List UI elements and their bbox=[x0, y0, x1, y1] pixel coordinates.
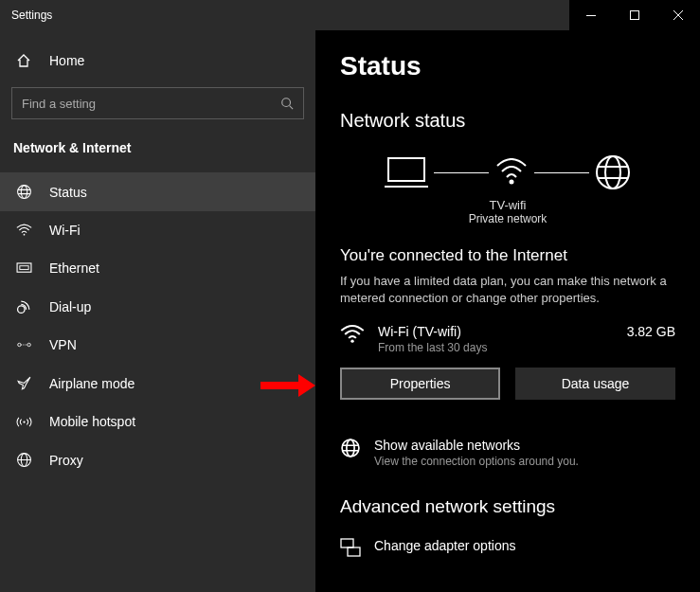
svg-point-19 bbox=[342, 440, 359, 457]
hotspot-icon bbox=[15, 415, 32, 429]
maximize-button[interactable] bbox=[613, 0, 656, 30]
svg-rect-7 bbox=[19, 265, 27, 269]
sidebar-item-label: Mobile hotspot bbox=[49, 414, 135, 429]
adapter-options-title: Change adapter options bbox=[374, 538, 515, 553]
sidebar-item-proxy[interactable]: Proxy bbox=[0, 440, 315, 479]
svg-rect-1 bbox=[631, 11, 639, 20]
diagram-labels: TV-wifi Private network bbox=[340, 198, 675, 225]
svg-rect-21 bbox=[341, 539, 353, 547]
svg-point-10 bbox=[27, 343, 29, 346]
connection-line bbox=[434, 172, 489, 173]
minimize-button[interactable] bbox=[569, 0, 613, 30]
home-label: Home bbox=[49, 53, 84, 68]
svg-point-4 bbox=[21, 186, 27, 199]
window-title: Settings bbox=[11, 9, 52, 22]
page-title: Status bbox=[340, 51, 675, 81]
connection-period: From the last 30 days bbox=[378, 341, 614, 354]
globe-icon bbox=[15, 184, 32, 200]
diagram-ssid: TV-wifi bbox=[340, 198, 675, 212]
svg-point-17 bbox=[605, 156, 620, 188]
show-available-networks[interactable]: Show available networks View the connect… bbox=[340, 438, 675, 468]
search-box[interactable] bbox=[11, 87, 304, 119]
available-networks-subtitle: View the connection options around you. bbox=[374, 455, 579, 468]
annotation-arrow bbox=[260, 373, 315, 398]
svg-point-20 bbox=[347, 440, 354, 457]
ethernet-icon bbox=[15, 262, 32, 275]
connection-name: Wi-Fi (TV-wifi) bbox=[378, 324, 614, 339]
wifi-icon bbox=[15, 224, 32, 237]
svg-point-5 bbox=[23, 234, 25, 236]
connection-info-row: Wi-Fi (TV-wifi) From the last 30 days 3.… bbox=[340, 324, 675, 354]
internet-globe-icon bbox=[595, 154, 631, 190]
search-icon bbox=[280, 97, 294, 110]
network-diagram bbox=[340, 154, 675, 190]
nav-group-title: Network & Internet bbox=[0, 136, 315, 172]
computer-icon bbox=[385, 156, 428, 188]
svg-rect-14 bbox=[388, 158, 424, 181]
home-icon bbox=[15, 53, 32, 68]
connected-heading: You're connected to the Internet bbox=[340, 246, 675, 265]
airplane-icon bbox=[15, 375, 32, 391]
sidebar-item-label: Status bbox=[49, 185, 87, 200]
globe-icon bbox=[340, 438, 361, 458]
title-bar: Settings bbox=[0, 0, 700, 30]
wifi-router-icon bbox=[494, 158, 529, 187]
sidebar-item-hotspot[interactable]: Mobile hotspot bbox=[0, 403, 315, 440]
svg-rect-0 bbox=[586, 15, 596, 16]
search-input[interactable] bbox=[22, 97, 280, 111]
sidebar-item-vpn[interactable]: VPN bbox=[0, 326, 315, 364]
sidebar-item-ethernet[interactable]: Ethernet bbox=[0, 249, 315, 287]
connection-line bbox=[534, 172, 589, 173]
svg-point-15 bbox=[510, 180, 514, 185]
dialup-icon bbox=[15, 298, 32, 314]
svg-point-3 bbox=[17, 186, 30, 199]
properties-button[interactable]: Properties bbox=[340, 368, 500, 400]
section-network-status: Network status bbox=[340, 110, 675, 132]
svg-point-8 bbox=[17, 306, 24, 313]
svg-rect-22 bbox=[348, 547, 360, 556]
sidebar-item-status[interactable]: Status bbox=[0, 172, 315, 211]
svg-point-11 bbox=[23, 421, 25, 422]
sidebar-item-label: Proxy bbox=[49, 453, 83, 468]
adapter-icon bbox=[340, 538, 361, 557]
available-networks-title: Show available networks bbox=[374, 438, 579, 453]
sidebar-item-label: Airplane mode bbox=[49, 376, 135, 391]
data-usage-button[interactable]: Data usage bbox=[515, 368, 675, 400]
sidebar-item-label: Dial-up bbox=[49, 299, 91, 314]
home-nav[interactable]: Home bbox=[0, 44, 315, 78]
main-panel: Status Network status TV-wifi Private ne… bbox=[315, 30, 700, 592]
svg-point-9 bbox=[17, 343, 20, 346]
wifi-icon bbox=[340, 324, 365, 345]
diagram-network-type: Private network bbox=[340, 212, 675, 225]
svg-point-2 bbox=[282, 99, 291, 107]
sidebar: Home Network & Internet Status Wi-Fi Eth… bbox=[0, 30, 315, 592]
sidebar-item-wifi[interactable]: Wi-Fi bbox=[0, 211, 315, 249]
svg-rect-6 bbox=[17, 262, 31, 271]
svg-point-18 bbox=[350, 340, 353, 343]
proxy-icon bbox=[15, 452, 32, 468]
section-advanced: Advanced network settings bbox=[340, 496, 675, 517]
change-adapter-options[interactable]: Change adapter options bbox=[340, 538, 675, 557]
data-used-value: 3.82 GB bbox=[627, 324, 675, 339]
vpn-icon bbox=[15, 338, 32, 351]
sidebar-item-dialup[interactable]: Dial-up bbox=[0, 287, 315, 326]
sidebar-item-label: Ethernet bbox=[49, 260, 99, 276]
close-button[interactable] bbox=[656, 0, 700, 30]
sidebar-item-label: Wi-Fi bbox=[49, 223, 81, 238]
svg-point-16 bbox=[597, 156, 629, 188]
sidebar-item-label: VPN bbox=[49, 337, 77, 352]
connected-description: If you have a limited data plan, you can… bbox=[340, 273, 675, 307]
